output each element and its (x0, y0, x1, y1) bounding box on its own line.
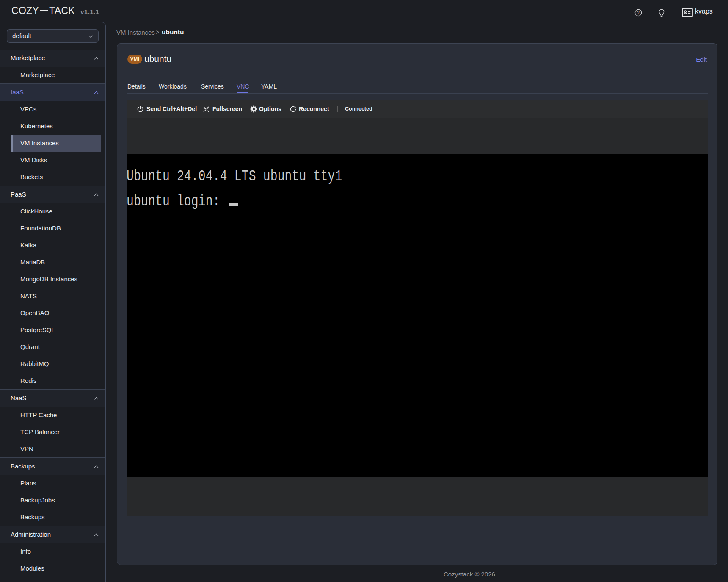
svg-text:?: ? (637, 10, 640, 15)
